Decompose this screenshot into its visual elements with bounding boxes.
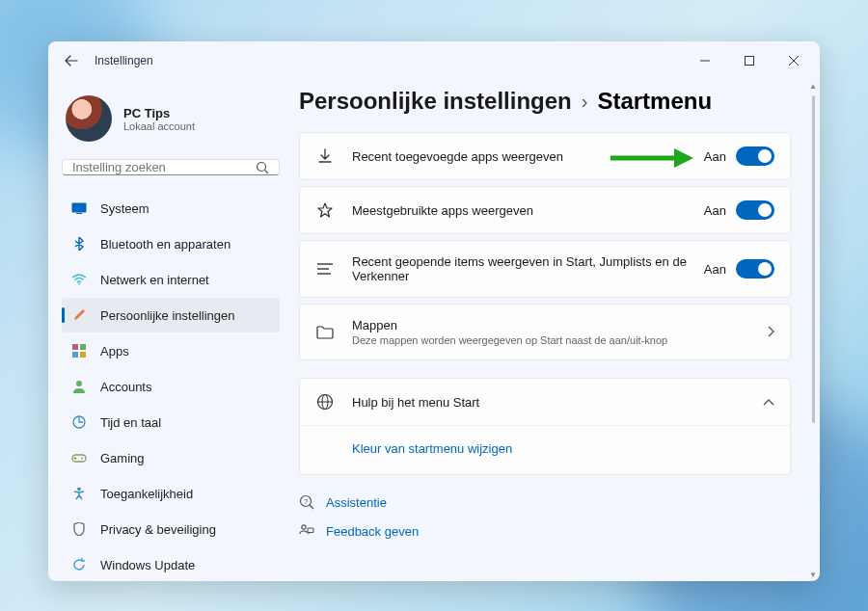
toggle-state-label: Aan [704,262,726,277]
accessibility-icon [71,486,87,501]
maximize-button[interactable] [727,41,772,80]
window-title: Instellingen [95,54,153,67]
search-icon [256,161,269,174]
sidebar-item-label: Persoonlijke instellingen [100,308,234,323]
svg-line-3 [265,170,269,173]
sidebar-item-update[interactable]: Windows Update [62,547,280,581]
svg-line-23 [310,505,313,509]
sidebar-item-toegankelijkheid[interactable]: Toegankelijkheid [62,476,280,511]
profile-name: PC Tips [123,106,195,120]
paintbrush-icon [71,307,87,323]
sidebar-item-persoonlijk[interactable]: Persoonlijke instellingen [62,298,280,332]
chevron-right-icon: › [582,91,588,113]
sidebar-item-netwerk[interactable]: Netwerk en internet [62,262,280,297]
feedback-link[interactable]: Feedback geven [299,523,791,539]
svg-point-14 [81,458,83,460]
footer-links: ? Assistentie Feedback geven [299,494,791,539]
minimize-icon [700,56,710,66]
scrollbar-thumb[interactable] [812,95,815,423]
feedback-icon [299,523,314,539]
setting-label: Recent geopende items weergeven in Start… [352,254,687,283]
sidebar-item-privacy[interactable]: Privacy & beveiliging [62,512,280,546]
sidebar-item-systeem[interactable]: Systeem [62,191,280,226]
sidebar-item-label: Netwerk en internet [100,273,209,287]
star-icon [315,200,335,220]
sidebar-item-bluetooth[interactable]: Bluetooth en apparaten [62,226,280,261]
nav-list: Systeem Bluetooth en apparaten Netwerk e… [62,191,289,581]
setting-recent-items: Recent geopende items weergeven in Start… [299,240,791,298]
close-button[interactable] [772,41,816,80]
profile-block[interactable]: PC Tips Lokaal account [62,88,289,157]
scrollbar[interactable]: ▲ ▼ [807,80,819,580]
help-section: Hulp bij het menu Start Kleur van startm… [299,378,791,475]
main-content: Persoonlijke instellingen › Startmenu Re… [289,80,820,581]
breadcrumb: Persoonlijke instellingen › Startmenu [299,88,791,115]
setting-recent-apps: Recent toegevoegde apps weergeven Aan [299,132,791,180]
chevron-up-icon [763,393,774,411]
download-icon [315,146,335,166]
svg-rect-7 [72,344,78,350]
link-label: Feedback geven [326,524,419,539]
scroll-down-button[interactable]: ▼ [807,569,819,580]
sidebar-item-label: Gaming [100,451,145,465]
scroll-up-button[interactable]: ▲ [807,80,819,92]
svg-rect-10 [80,352,86,358]
search-box[interactable] [62,159,280,175]
shield-icon [71,521,87,537]
apps-icon [71,343,87,359]
toggle-state-label: Aan [704,149,726,164]
toggle-recent-items[interactable] [736,259,774,279]
toggle-meest-gebruikt[interactable] [736,200,774,220]
bluetooth-icon [71,236,87,252]
close-icon [789,56,799,66]
svg-point-15 [77,488,81,491]
svg-rect-5 [76,213,82,214]
folder-icon [315,323,335,342]
sidebar-item-label: Bluetooth en apparaten [100,237,231,252]
display-icon [71,200,87,216]
sidebar-item-label: Tijd en taal [100,415,161,430]
svg-rect-4 [72,203,87,213]
assist-link[interactable]: ? Assistentie [299,494,791,510]
setting-label: Meestgebruikte apps weergeven [352,203,687,218]
sidebar-item-label: Accounts [100,380,151,394]
svg-point-11 [76,381,82,386]
breadcrumb-parent[interactable]: Persoonlijke instellingen [299,88,572,115]
toggle-recent-apps[interactable] [736,146,774,166]
arrow-left-icon [65,54,78,67]
sidebar-item-gaming[interactable]: Gaming [62,440,280,475]
sidebar-item-label: Toegankelijkheid [100,487,193,501]
setting-label: Recent toegevoegde apps weergeven [352,149,687,164]
search-input[interactable] [72,160,256,174]
svg-rect-9 [72,352,78,358]
gamepad-icon [71,450,87,465]
svg-point-6 [78,283,80,285]
svg-rect-8 [80,344,86,350]
breadcrumb-current: Startmenu [597,88,712,115]
sidebar-item-accounts[interactable]: Accounts [62,369,280,404]
svg-point-2 [258,162,266,171]
sidebar-item-label: Systeem [100,201,149,216]
titlebar: Instellingen [48,41,820,80]
help-header[interactable]: Hulp bij het menu Start [300,379,790,425]
sidebar-item-apps[interactable]: Apps [62,333,280,368]
setting-mappen[interactable]: Mappen Deze mappen worden weergegeven op… [299,304,791,360]
toggle-state-label: Aan [704,203,726,218]
settings-window: Instellingen PC Tips Lokaal account [48,41,820,581]
help-link[interactable]: Kleur van startmenu wijzigen [352,441,512,456]
sidebar-item-tijd[interactable]: Tijd en taal [62,405,280,439]
setting-meest-gebruikt: Meestgebruikte apps weergeven Aan [299,186,791,234]
setting-subtitle: Deze mappen worden weergegeven op Start … [352,334,749,346]
link-label: Assistentie [326,495,387,510]
person-icon [71,379,87,394]
wifi-icon [71,272,87,287]
clock-globe-icon [71,414,87,430]
setting-label: Mappen [352,318,749,332]
svg-point-25 [302,525,306,529]
profile-account-type: Lokaal account [123,120,195,132]
avatar [66,95,112,142]
back-button[interactable] [52,41,91,80]
minimize-button[interactable] [683,41,727,80]
help-title: Hulp bij het menu Start [352,395,746,410]
globe-help-icon [315,392,335,412]
